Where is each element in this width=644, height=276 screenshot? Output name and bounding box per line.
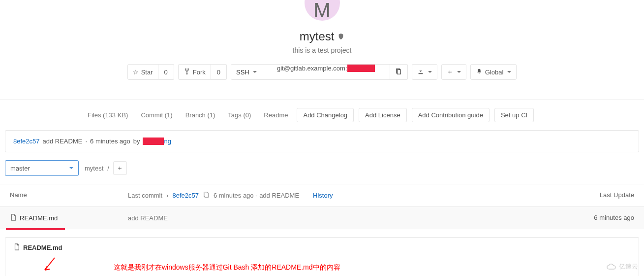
file-name: README.md <box>20 214 58 222</box>
commit-sha-link[interactable]: 8efe2c57 <box>13 138 40 145</box>
col-commit-header: Last commit › 8efe2c57 6 minutes ago - a… <box>128 191 560 200</box>
annotation-arrow-icon <box>40 255 60 275</box>
project-description: this is a test project <box>0 46 644 54</box>
file-list-header: Name Last commit › 8efe2c57 6 minutes ag… <box>0 184 644 207</box>
tab-commit[interactable]: Commit (1) <box>137 108 176 122</box>
add-license-button[interactable]: Add License <box>359 108 407 122</box>
add-changelog-button[interactable]: Add Changelog <box>297 108 354 122</box>
action-bar: ☆ Star 0 Fork 0 SSH git@gitlab.example <box>0 64 644 80</box>
breadcrumb-sep: / <box>107 165 109 172</box>
redacted-text: xxxxxxxx <box>347 65 375 72</box>
star-count: 0 <box>158 64 174 80</box>
clone-protocol-dropdown[interactable]: SSH <box>231 64 262 80</box>
chevron-down-icon <box>253 71 257 73</box>
project-header: M mytest this is a test project ☆ Star 0… <box>0 0 644 90</box>
star-icon: ☆ <box>133 69 139 76</box>
svg-rect-4 <box>398 69 401 74</box>
history-link[interactable]: History <box>313 192 333 199</box>
table-row[interactable]: README.md add README 6 minutes ago <box>0 207 644 229</box>
breadcrumb-root[interactable]: mytest <box>85 165 103 172</box>
branch-select[interactable]: master <box>5 160 79 176</box>
download-icon <box>417 68 424 76</box>
commit-sep: · <box>85 138 87 145</box>
annotation-text: 这就是我刚才在windows服务器通过Git Bash 添加的README.md… <box>114 263 340 272</box>
notification-button[interactable]: Global <box>470 64 517 80</box>
chevron-down-icon <box>457 71 461 73</box>
star-label: Star <box>141 69 153 76</box>
branch-row: master mytest / ＋ <box>0 160 644 184</box>
file-commit-cell: add README <box>128 214 560 222</box>
notification-label: Global <box>485 69 504 76</box>
svg-point-0 <box>185 69 186 69</box>
branch-name: master <box>10 165 30 172</box>
chevron-down-icon <box>69 167 73 169</box>
download-button[interactable] <box>412 64 437 80</box>
fork-button[interactable]: Fork <box>178 64 211 80</box>
protocol-label: SSH <box>236 69 249 76</box>
chevron-down-icon <box>428 71 432 73</box>
tab-files[interactable]: Files (133 KB) <box>84 108 132 122</box>
col-name-header: Name <box>10 191 128 200</box>
project-title: mytest <box>0 30 644 43</box>
copy-url-button[interactable] <box>390 64 408 80</box>
add-button[interactable]: ＋ <box>441 64 466 80</box>
readme-card: README.md 这就是我刚才在windows服务器通过Git Bash 添加… <box>5 237 639 276</box>
redacted-text: xxxxxx <box>143 138 164 145</box>
fork-count: 0 <box>211 64 227 80</box>
setup-ci-button[interactable]: Set up CI <box>494 108 534 122</box>
chevron-down-icon <box>507 71 511 73</box>
annotation-underline <box>6 228 65 230</box>
tab-branch[interactable]: Branch (1) <box>182 108 219 122</box>
tab-tags[interactable]: Tags (0) <box>224 108 255 122</box>
last-commit-label: Last commit <box>128 192 162 199</box>
commit-time: 6 minutes ago <box>90 138 130 145</box>
watermark: 亿速云 <box>606 262 638 271</box>
file-name-cell[interactable]: README.md <box>10 214 128 222</box>
readme-filename: README.md <box>23 244 62 251</box>
fork-label: Fork <box>193 69 206 76</box>
cloud-icon <box>606 263 617 270</box>
clone-url-text: git@gitlab.example.com: <box>277 65 347 72</box>
author-suffix: ng <box>164 138 171 145</box>
project-name: mytest <box>300 30 335 43</box>
commit-info: 6 minutes ago - add README <box>214 192 299 199</box>
tab-readme[interactable]: Readme <box>260 108 292 122</box>
svg-rect-6 <box>205 193 208 198</box>
svg-point-2 <box>186 73 187 74</box>
angle-right-icon: › <box>166 192 168 199</box>
copy-icon[interactable] <box>203 191 210 200</box>
readme-header: README.md <box>5 238 639 258</box>
bell-icon <box>476 68 483 76</box>
svg-point-1 <box>187 69 188 69</box>
commit-author-link[interactable]: xxxxxxng <box>143 138 171 145</box>
breadcrumb: mytest / ＋ <box>85 161 127 175</box>
fork-icon <box>184 68 190 76</box>
commit-by-label: by <box>133 138 140 145</box>
file-icon <box>13 243 20 252</box>
col-update-header: Last Update <box>560 191 634 200</box>
shield-icon <box>337 34 344 41</box>
tabs-row: Files (133 KB) Commit (1) Branch (1) Tag… <box>0 100 644 130</box>
avatar: M <box>305 0 340 21</box>
readme-body: 这就是我刚才在windows服务器通过Git Bash 添加的README.md… <box>5 258 639 276</box>
new-file-button[interactable]: ＋ <box>113 161 127 175</box>
add-contribution-button[interactable]: Add Contribution guide <box>412 108 490 122</box>
copy-icon <box>395 68 402 76</box>
clone-url-input[interactable]: git@gitlab.example.com:xxxxxxxx <box>262 64 390 80</box>
commit-message: add README <box>43 138 83 145</box>
file-icon <box>10 214 17 222</box>
last-commit-summary: 8efe2c57 add README · 6 minutes ago by x… <box>5 130 639 152</box>
plus-icon: ＋ <box>447 68 453 76</box>
file-updated-cell: 6 minutes ago <box>560 214 634 222</box>
header-sha-link[interactable]: 8efe2c57 <box>172 192 199 199</box>
watermark-text: 亿速云 <box>619 262 638 271</box>
star-button[interactable]: ☆ Star <box>127 64 158 80</box>
